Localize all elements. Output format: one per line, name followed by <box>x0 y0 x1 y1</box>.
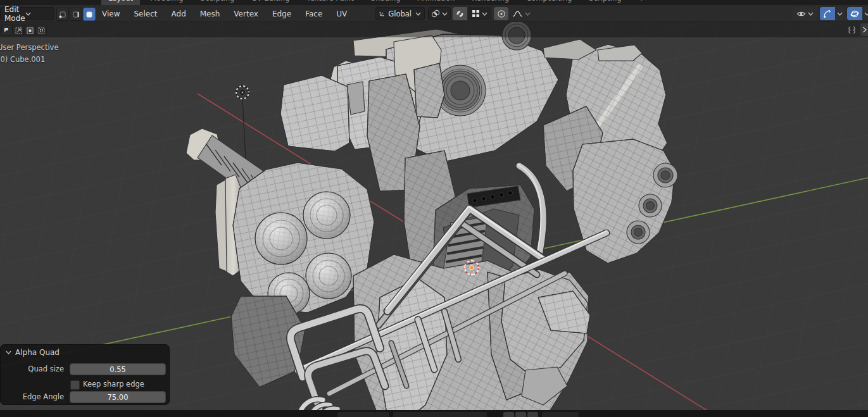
menu-uv[interactable]: UV <box>329 9 354 18</box>
chevron-down-icon <box>25 12 31 16</box>
tab-texture-paint[interactable]: Texture Paint <box>299 0 360 5</box>
chevron-down-icon <box>808 12 814 16</box>
select-invert-button[interactable] <box>35 25 47 36</box>
menu-edge[interactable]: Edge <box>265 9 298 18</box>
select-subtract-button[interactable] <box>24 25 35 36</box>
viewport-overlays-button[interactable] <box>847 7 862 20</box>
chevron-down-icon <box>482 12 487 16</box>
chevron-down-icon <box>415 12 421 16</box>
panel-expand-chevron-icon <box>6 351 11 354</box>
snap-magnet-icon <box>456 9 464 18</box>
select-subtract-icon <box>27 27 34 34</box>
tab-animation[interactable]: Animation <box>411 0 462 5</box>
pivot-point-icon <box>431 9 440 18</box>
bottom-editor-strip <box>0 410 868 417</box>
bottom-strip-button[interactable] <box>503 412 514 417</box>
vertex-select-icon <box>59 11 66 18</box>
bottom-strip-button[interactable] <box>337 412 389 417</box>
transform-orientation-icon <box>379 9 385 18</box>
operator-panel-header[interactable]: Alpha Quad <box>6 348 60 357</box>
edge-angle-label: Edge Angle <box>1 392 64 401</box>
face-select-icon <box>85 11 93 18</box>
viewport-header: Edit Mode View Select Add Mesh Vertex Ed… <box>0 5 868 22</box>
select-mode-buttons <box>56 8 96 21</box>
overlays-dropdown[interactable] <box>862 7 868 20</box>
viewport-gizmos-button[interactable] <box>820 7 835 20</box>
gizmos-dropdown[interactable] <box>835 7 845 20</box>
tab-layout[interactable]: Layout <box>101 0 140 5</box>
chevron-down-icon <box>837 12 843 16</box>
chevron-down-icon <box>525 12 531 16</box>
proportional-editing-icon <box>497 9 506 18</box>
mode-dropdown-value: Edit Mode <box>4 5 25 23</box>
overlays-toggle-group <box>847 7 868 20</box>
active-object-label: (0) Cube.001 <box>0 55 45 64</box>
edge-angle-field[interactable]: 75.00 <box>70 391 166 403</box>
tab-modeling[interactable]: Modeling <box>143 0 190 5</box>
menu-face[interactable]: Face <box>298 9 329 18</box>
proportional-falloff-icon <box>512 10 523 18</box>
select-set-icon <box>4 27 11 34</box>
gizmos-toggle-group <box>820 7 845 20</box>
operator-panel: Alpha Quad Quad size 0.55 Keep sharp edg… <box>0 344 170 405</box>
menu-select[interactable]: Select <box>127 9 164 18</box>
pivot-point-dropdown[interactable] <box>428 7 451 20</box>
quad-size-label: Quad size <box>1 364 64 373</box>
menu-view[interactable]: View <box>95 9 127 18</box>
snap-target-icon <box>472 9 480 18</box>
tab-compositing[interactable]: Compositing <box>519 0 579 5</box>
tab-rendering[interactable]: Rendering <box>465 0 516 5</box>
proportional-falloff-dropdown[interactable] <box>510 7 532 20</box>
blender-window: Layout Modeling Sculpting UV Editing Tex… <box>0 0 868 417</box>
vertex-select-button[interactable] <box>56 8 69 21</box>
tab-uv-editing[interactable]: UV Editing <box>244 0 296 5</box>
topbar: Layout Modeling Sculpting UV Editing Tex… <box>0 0 868 5</box>
menu-vertex[interactable]: Vertex <box>227 9 265 18</box>
quad-size-field[interactable]: 0.55 <box>70 363 166 375</box>
bottom-strip-button[interactable] <box>515 412 526 417</box>
proportional-editing-button[interactable] <box>494 7 508 20</box>
edge-select-button[interactable] <box>70 8 82 21</box>
sidebar-expand-button[interactable] <box>860 23 868 36</box>
transform-orientation-dropdown[interactable]: Global <box>375 7 425 20</box>
chevron-down-icon <box>864 12 868 16</box>
chevron-right-icon <box>862 27 867 33</box>
tool-settings-bar <box>0 22 868 37</box>
menu-mesh[interactable]: Mesh <box>193 9 227 18</box>
select-extend-button[interactable] <box>13 25 24 36</box>
keep-sharp-edge-checkbox[interactable] <box>70 380 80 390</box>
tab-add-workspace[interactable]: + <box>632 0 652 5</box>
snap-toggle-button[interactable] <box>453 7 467 20</box>
select-invert-icon <box>38 27 45 34</box>
orientation-value: Global <box>388 9 412 18</box>
gizmo-icon <box>823 9 832 18</box>
bottom-strip-button[interactable] <box>393 412 487 417</box>
overlays-icon <box>850 9 859 18</box>
bottom-strip-button[interactable] <box>542 412 579 417</box>
view-perspective-label: User Perspective <box>0 43 58 52</box>
workspace-tabs: Layout Modeling Sculpting UV Editing Tex… <box>101 0 651 5</box>
tab-shading[interactable]: Shading <box>364 0 408 5</box>
visibility-eye-icon <box>796 10 806 18</box>
select-set-button[interactable] <box>1 25 13 36</box>
face-select-button[interactable] <box>83 8 96 21</box>
edge-select-icon <box>72 11 80 18</box>
bottom-strip-button[interactable] <box>527 412 538 417</box>
visibility-dropdown[interactable] <box>793 7 817 20</box>
operator-panel-title: Alpha Quad <box>15 348 60 357</box>
keep-sharp-edge-label: Keep sharp edge <box>83 380 144 389</box>
select-extend-icon <box>15 27 22 34</box>
region-overlap-icon <box>847 25 857 35</box>
menu-add[interactable]: Add <box>165 9 193 18</box>
tab-sculpting[interactable]: Sculpting <box>194 0 242 5</box>
viewport-menus: View Select Add Mesh Vertex Edge Face UV <box>95 5 354 22</box>
mode-dropdown[interactable]: Edit Mode <box>0 7 54 20</box>
tab-scripting[interactable]: Scripting <box>582 0 628 5</box>
snap-target-dropdown[interactable] <box>468 7 491 20</box>
chevron-down-icon <box>442 12 448 16</box>
